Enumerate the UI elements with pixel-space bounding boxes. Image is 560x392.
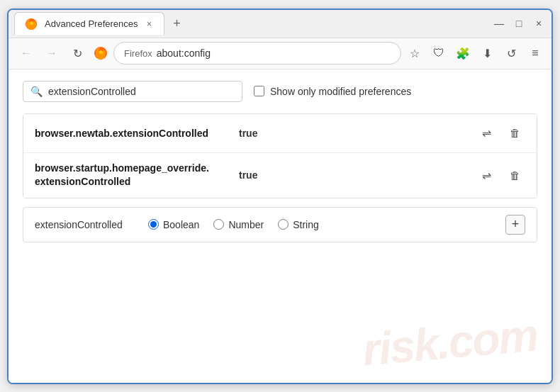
string-radio-label[interactable]: String: [278, 219, 319, 230]
tab-title: Advanced Preferences: [45, 18, 138, 29]
show-modified-checkbox[interactable]: [254, 86, 264, 96]
watermark: risk.com: [360, 308, 539, 376]
pref-name-2: browser.startup.homepage_override. exten…: [35, 162, 233, 189]
boolean-label: Boolean: [163, 219, 199, 230]
url-text: about:config: [157, 47, 211, 59]
download-icon: ⬇: [483, 47, 492, 60]
trash-icon-2: 🗑: [510, 169, 520, 181]
navigation-bar: ← → ↻ Firefox about:config ☆ 🛡: [9, 38, 551, 69]
forward-icon: →: [46, 47, 57, 60]
shield-icon: 🛡: [433, 47, 444, 60]
boolean-radio-label[interactable]: Boolean: [148, 219, 199, 230]
site-name: Firefox: [124, 48, 152, 59]
reload-button[interactable]: ↻: [67, 43, 88, 64]
delete-button-2[interactable]: 🗑: [504, 164, 525, 186]
pref-value-1: true: [239, 128, 257, 139]
minimize-button[interactable]: —: [492, 16, 506, 30]
sync-icon: ↺: [507, 47, 516, 60]
boolean-radio[interactable]: [148, 219, 159, 230]
preferences-table: browser.newtab.extensionControlled true …: [23, 113, 537, 198]
address-bar[interactable]: Firefox about:config: [113, 42, 401, 65]
search-input[interactable]: [48, 86, 235, 97]
title-bar: Advanced Preferences × + — □ ×: [9, 10, 551, 38]
extension-icon: 🧩: [456, 47, 470, 60]
search-box[interactable]: 🔍: [23, 81, 242, 102]
show-modified-label[interactable]: Show only modified preferences: [254, 86, 411, 97]
type-radio-group: Boolean Number String: [148, 219, 319, 230]
back-icon: ←: [21, 47, 32, 60]
extension-button[interactable]: 🧩: [454, 44, 472, 62]
sync-button[interactable]: ↺: [502, 44, 520, 62]
number-radio-label[interactable]: Number: [213, 219, 264, 230]
window-controls: — □ ×: [492, 16, 546, 30]
new-pref-name: extensionControlled: [35, 219, 134, 230]
pref-value-2: true: [239, 169, 257, 181]
firefox-tab-icon: [23, 16, 39, 32]
nav-icons-right: ☆ 🛡 🧩 ⬇ ↺ ≡: [405, 44, 544, 62]
download-button[interactable]: ⬇: [478, 44, 496, 62]
browser-window: Advanced Preferences × + — □ × ← → ↻: [7, 9, 553, 384]
maximize-button[interactable]: □: [512, 16, 526, 30]
string-label: String: [293, 219, 319, 230]
new-tab-button[interactable]: +: [167, 13, 187, 33]
pref-actions-2: ⇌ 🗑: [476, 164, 525, 186]
shield-button[interactable]: 🛡: [430, 44, 448, 62]
swap-button-2[interactable]: ⇌: [476, 164, 497, 186]
menu-icon: ≡: [532, 47, 538, 60]
new-preference-row: extensionControlled Boolean Number Strin…: [23, 207, 537, 242]
swap-icon-1: ⇌: [482, 126, 491, 140]
back-button[interactable]: ←: [16, 43, 37, 64]
pref-name-2-line1: browser.startup.homepage_override.: [35, 162, 233, 176]
table-row: browser.startup.homepage_override. exten…: [23, 153, 537, 198]
browser-tab[interactable]: Advanced Preferences ×: [14, 12, 164, 35]
pref-name-2-line2: extensionControlled: [35, 175, 233, 189]
forward-button[interactable]: →: [41, 43, 62, 64]
table-row: browser.newtab.extensionControlled true …: [23, 114, 537, 153]
swap-button-1[interactable]: ⇌: [476, 123, 497, 144]
swap-icon-2: ⇌: [482, 169, 491, 182]
search-row: 🔍 Show only modified preferences: [23, 81, 537, 102]
show-modified-text: Show only modified preferences: [270, 86, 411, 97]
firefox-logo: [92, 45, 109, 62]
string-radio[interactable]: [278, 219, 289, 230]
page-content: risk.com 🔍 Show only modified preference…: [9, 69, 551, 383]
reload-icon: ↻: [73, 47, 82, 60]
bookmark-button[interactable]: ☆: [405, 44, 424, 62]
delete-button-1[interactable]: 🗑: [504, 123, 525, 144]
search-icon: 🔍: [30, 86, 43, 97]
menu-button[interactable]: ≡: [526, 44, 544, 62]
number-radio[interactable]: [213, 219, 224, 230]
pref-name-1: browser.newtab.extensionControlled: [35, 128, 233, 139]
bookmark-icon: ☆: [410, 47, 420, 60]
close-window-button[interactable]: ×: [532, 16, 546, 30]
pref-actions-1: ⇌ 🗑: [476, 123, 525, 144]
add-preference-button[interactable]: +: [505, 215, 525, 235]
number-label: Number: [228, 219, 264, 230]
tab-close-button[interactable]: ×: [144, 18, 155, 30]
trash-icon-1: 🗑: [510, 127, 520, 139]
